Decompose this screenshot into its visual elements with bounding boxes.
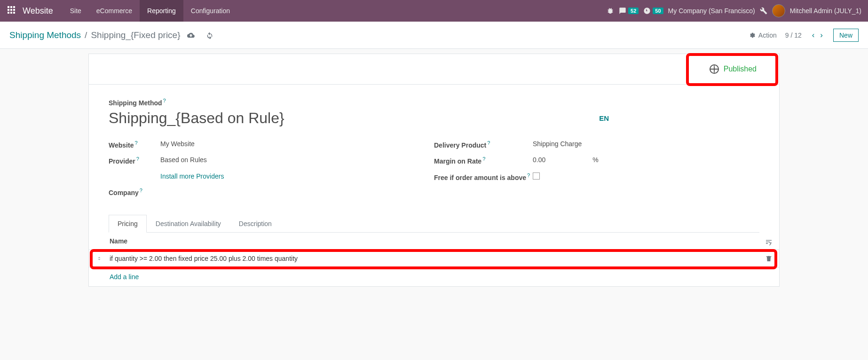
lang-badge[interactable]: EN [599, 114, 609, 122]
published-toggle[interactable]: Published [700, 62, 766, 77]
help-icon[interactable]: ? [163, 98, 166, 103]
chat-icon[interactable]: 52 [619, 7, 639, 15]
provider-value[interactable]: Based on Rules [160, 156, 207, 164]
help-icon[interactable]: ? [140, 188, 142, 193]
table-row[interactable]: if quantity >= 2.00 then fixed price 25.… [89, 250, 779, 267]
company-switcher[interactable]: My Company (San Francisco) [668, 7, 755, 15]
adjust-columns-icon[interactable] [765, 237, 773, 245]
delivery-product-label: Delivery Product [434, 141, 486, 149]
pager[interactable]: 9 / 12 [785, 31, 802, 39]
debug-icon[interactable] [607, 7, 614, 15]
new-button[interactable]: New [833, 29, 859, 42]
tab-description[interactable]: Description [230, 215, 281, 233]
help-icon[interactable]: ? [482, 156, 485, 162]
clock-badge: 50 [653, 8, 663, 14]
add-line-link[interactable]: Add a line [110, 273, 139, 281]
install-more-link[interactable]: Install more Providers [160, 172, 224, 180]
website-value[interactable]: My Website [160, 140, 195, 148]
tab-destination[interactable]: Destination Availability [147, 215, 230, 233]
menu-reporting[interactable]: Reporting [140, 0, 183, 22]
help-icon[interactable]: ? [134, 140, 137, 146]
action-label: Action [758, 31, 777, 39]
clock-icon[interactable]: 50 [643, 7, 663, 15]
provider-label: Provider [109, 157, 135, 165]
tab-pricing[interactable]: Pricing [109, 215, 147, 233]
margin-unit: % [592, 156, 598, 164]
margin-value[interactable]: 0.00 [533, 156, 545, 164]
tools-icon[interactable] [760, 7, 767, 15]
company-label: Company [109, 189, 139, 196]
user-name[interactable]: Mitchell Admin (JULY_1) [790, 7, 861, 15]
menu-ecommerce[interactable]: eCommerce [89, 0, 140, 22]
free-label: Free if order amount is above [434, 174, 526, 181]
table-header-name: Name [110, 237, 127, 245]
published-label: Published [724, 65, 757, 73]
menu-configuration[interactable]: Configuration [183, 0, 237, 22]
name-input[interactable] [109, 110, 599, 127]
pager-prev[interactable]: ‹ [810, 31, 817, 39]
apps-icon[interactable] [8, 6, 17, 16]
breadcrumb-root[interactable]: Shipping Methods [9, 30, 81, 40]
chat-badge: 52 [628, 8, 639, 14]
shipping-method-label: Shipping Method [109, 99, 162, 107]
help-icon[interactable]: ? [487, 140, 490, 146]
globe-icon [710, 64, 719, 74]
drag-handle-icon[interactable] [96, 254, 102, 262]
menu-site[interactable]: Site [63, 0, 89, 22]
breadcrumb-sep: / [85, 30, 87, 40]
breadcrumb: Shipping Methods / Shipping_{Fixed price… [9, 30, 213, 40]
delivery-product-value[interactable]: Shipping Charge [533, 140, 582, 148]
margin-label: Margin on Rate [434, 157, 481, 165]
help-icon[interactable]: ? [527, 172, 530, 178]
discard-icon[interactable] [206, 31, 213, 39]
help-icon[interactable]: ? [136, 156, 139, 162]
pager-next[interactable]: › [818, 31, 825, 39]
app-name[interactable]: Website [23, 6, 53, 16]
avatar[interactable] [772, 4, 785, 17]
delete-row-icon[interactable] [765, 254, 773, 262]
breadcrumb-current: Shipping_{Fixed price} [91, 30, 180, 40]
cloud-icon[interactable] [187, 31, 195, 39]
website-label: Website [109, 141, 134, 149]
rule-text: if quantity >= 2.00 then fixed price 25.… [110, 255, 298, 262]
free-checkbox[interactable] [533, 172, 540, 180]
action-button[interactable]: Action [749, 31, 777, 39]
